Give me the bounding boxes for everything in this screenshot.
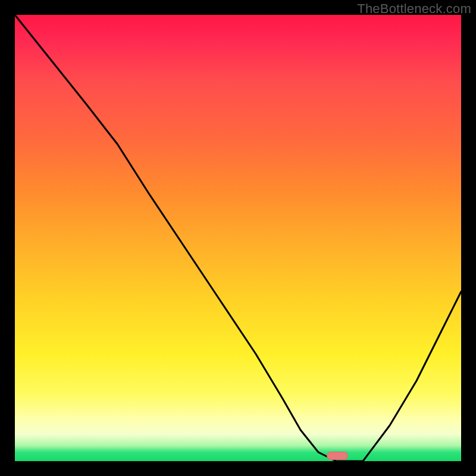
watermark-text: TheBottleneck.com	[357, 1, 471, 17]
optimal-point-marker	[327, 452, 348, 460]
bottleneck-curve	[15, 15, 461, 461]
chart-frame: TheBottleneck.com	[0, 0, 476, 476]
curve-path	[15, 15, 461, 461]
